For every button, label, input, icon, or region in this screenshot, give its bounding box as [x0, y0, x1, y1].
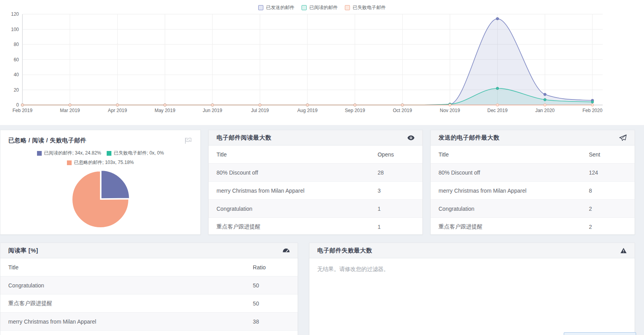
svg-text:Sep 2019: Sep 2019: [345, 108, 365, 113]
cell-value: 2: [581, 200, 635, 218]
cell-title: 80% Discount off: [431, 164, 581, 182]
pie-legend-swatch: [67, 160, 72, 165]
panel-header: 发送的电子邮件最大数: [431, 130, 635, 145]
pie-legend: 已阅读的邮件; 34x, 24.82%已失败电子邮件; 0x, 0%已忽略的邮件…: [14, 150, 187, 166]
email-sent-panel: 发送的电子邮件最大数 Title Sent 80% Discount off12…: [430, 130, 635, 235]
legend-item[interactable]: 已失败电子邮件: [345, 4, 386, 11]
table-row: 80% Discount off28: [209, 164, 422, 182]
legend-label: 已发送的邮件: [266, 4, 294, 11]
legend-label: 已失败电子邮件: [353, 4, 386, 11]
column-title: Title: [0, 258, 245, 276]
chat-widget-peek[interactable]: [564, 332, 636, 335]
cell-value: 3: [370, 182, 422, 200]
sent-table: Title Sent 80% Discount off124merry Chri…: [431, 145, 635, 235]
gauge-icon: [283, 248, 290, 253]
cell-title: merry Christmas from Milan Apparel: [431, 182, 581, 200]
panel-title: 阅读率 [%]: [8, 247, 38, 254]
ratio-table: Title Ratio Congratulation50重点客户跟进提醒50me…: [0, 258, 298, 331]
cell-title: 重点客户跟进提醒: [431, 218, 581, 235]
table-row: 80% Discount off124: [431, 164, 635, 182]
cell-value: 50: [245, 276, 298, 295]
email-opens-panel: 电子邮件阅读最大数 Title Opens 80% Discount off28…: [208, 130, 423, 235]
table-row: 重点客户跟进提醒2: [431, 218, 635, 235]
flag-icon: [184, 137, 192, 144]
email-trend-panel: 已发送的邮件已阅读的邮件已失败电子邮件 020406080100120Feb 2…: [0, 0, 644, 125]
panel-title: 已忽略 / 阅读 / 失败电子邮件: [8, 137, 87, 144]
svg-text:Jun 2019: Jun 2019: [203, 108, 222, 113]
cell-title: merry Christmas from Milan Apparel: [0, 313, 245, 331]
cell-value: 1: [370, 218, 422, 235]
cell-value: 1: [370, 200, 422, 218]
no-results-message: 无结果。请修改您的过滤器。: [309, 258, 635, 280]
table-row: Congratulation2: [431, 200, 635, 218]
svg-text:40: 40: [14, 72, 19, 77]
svg-text:100: 100: [11, 27, 19, 32]
cell-title: 重点客户跟进提醒: [0, 295, 245, 313]
svg-text:Aug 2019: Aug 2019: [297, 108, 318, 113]
pie-legend-swatch: [37, 151, 42, 156]
opens-table: Title Opens 80% Discount off28merry Chri…: [209, 145, 422, 235]
cell-value: 124: [581, 164, 635, 182]
svg-text:120: 120: [11, 11, 19, 17]
svg-text:Apr 2019: Apr 2019: [108, 108, 127, 113]
column-ratio: Ratio: [245, 258, 298, 276]
pie-chart[interactable]: [67, 169, 134, 229]
paper-plane-icon: [619, 134, 627, 141]
pie-legend-swatch: [107, 151, 111, 156]
svg-text:Jan 2020: Jan 2020: [535, 108, 555, 113]
cell-value: 8: [581, 182, 635, 200]
svg-text:Nov 2019: Nov 2019: [440, 108, 460, 113]
column-title: Title: [431, 145, 581, 164]
email-trend-chart[interactable]: 020406080100120Feb 2019Mar 2019Apr 2019M…: [0, 0, 644, 118]
legend-swatch: [302, 5, 307, 10]
eye-icon: [407, 135, 415, 140]
cell-title: Congratulation: [431, 200, 581, 218]
pie-legend-label: 已阅读的邮件; 34x, 24.82%: [44, 150, 101, 156]
table-row: merry Christmas from Milan Apparel38: [0, 313, 298, 331]
panel-header: 阅读率 [%]: [0, 243, 298, 258]
panel-title: 电子邮件失败最大数: [317, 247, 372, 254]
cell-title: merry Christmas from Milan Apparel: [209, 182, 370, 200]
svg-text:Oct 2019: Oct 2019: [393, 108, 412, 113]
cell-value: 50: [245, 295, 298, 313]
svg-text:Feb 2020: Feb 2020: [583, 108, 603, 113]
legend-item[interactable]: 已阅读的邮件: [302, 4, 338, 11]
panel-title: 电子邮件阅读最大数: [217, 134, 272, 142]
cell-value: 2: [581, 218, 635, 235]
table-row: merry Christmas from Milan Apparel3: [209, 182, 422, 200]
pie-legend-label: 已失败电子邮件; 0x, 0%: [114, 150, 164, 156]
email-failed-panel: 电子邮件失败最大数 无结果。请修改您的过滤器。: [309, 243, 635, 335]
cell-title: 重点客户跟进提醒: [209, 218, 370, 235]
pie-legend-item: 已忽略的邮件; 103x, 75.18%: [67, 159, 134, 166]
table-row: merry Christmas from Milan Apparel8: [431, 182, 635, 200]
column-sent: Sent: [581, 145, 635, 164]
cell-value: 28: [370, 164, 422, 182]
cell-title: Congratulation: [0, 276, 245, 295]
svg-text:20: 20: [14, 87, 19, 93]
table-row: Congratulation50: [0, 276, 298, 295]
pie-legend-item: 已阅读的邮件; 34x, 24.82%: [37, 150, 101, 156]
panel-title: 发送的电子邮件最大数: [439, 134, 500, 142]
read-ratio-panel: 阅读率 [%] Title Ratio Congratulation50重点客户…: [0, 243, 298, 335]
pie-slice[interactable]: [101, 170, 130, 199]
table-header-row: Title Sent: [431, 145, 635, 164]
pie-legend-label: 已忽略的邮件; 103x, 75.18%: [74, 159, 134, 166]
svg-text:May 2019: May 2019: [155, 108, 176, 113]
ignored-read-failed-panel: 已忽略 / 阅读 / 失败电子邮件 已阅读的邮件; 34x, 24.82%已失败…: [0, 130, 201, 235]
pie-legend-item: 已失败电子邮件; 0x, 0%: [107, 150, 164, 156]
panel-header: 已忽略 / 阅读 / 失败电子邮件: [0, 130, 200, 147]
legend-item[interactable]: 已发送的邮件: [258, 4, 294, 11]
legend-label: 已阅读的邮件: [309, 4, 338, 11]
legend-swatch: [258, 5, 263, 10]
table-header-row: Title Opens: [209, 145, 422, 164]
cell-title: Congratulation: [209, 200, 370, 218]
svg-text:80: 80: [14, 42, 19, 47]
svg-text:0: 0: [16, 102, 19, 108]
svg-text:Dec 2019: Dec 2019: [487, 108, 508, 113]
table-row: Congratulation1: [209, 200, 422, 218]
cell-value: 38: [245, 313, 298, 331]
panels-row-bottom: 阅读率 [%] Title Ratio Congratulation50重点客户…: [0, 243, 635, 335]
column-title: Title: [209, 145, 370, 164]
svg-text:Jul 2019: Jul 2019: [251, 108, 269, 113]
legend-swatch: [345, 5, 350, 10]
